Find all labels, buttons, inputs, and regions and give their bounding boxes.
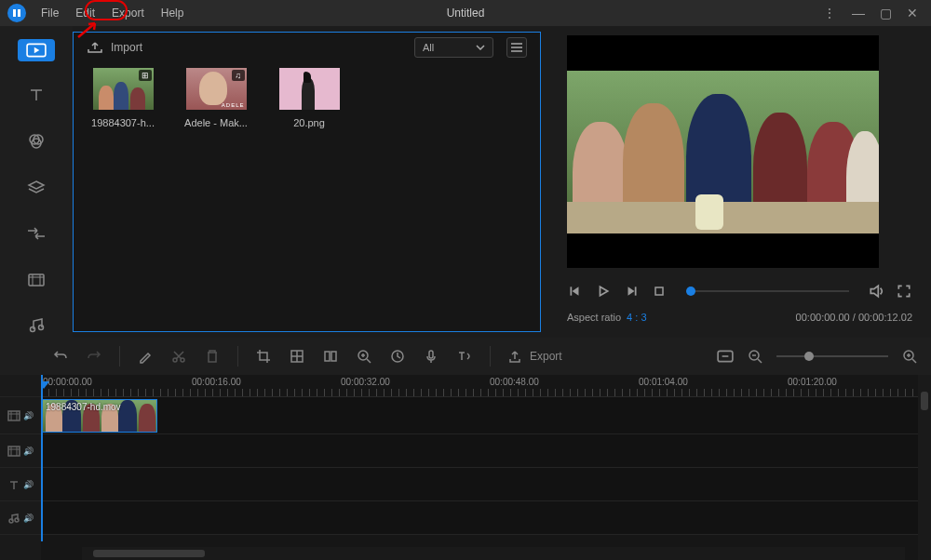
menu-file[interactable]: File	[34, 3, 66, 23]
thumbnail-image: ⊞	[93, 68, 154, 110]
tool-audio[interactable]	[20, 313, 53, 338]
chevron-down-icon	[476, 45, 485, 50]
vertical-scroll-thumb[interactable]	[921, 392, 928, 410]
media-item-label: 19884307-h...	[90, 117, 155, 128]
cut-button[interactable]	[170, 348, 187, 365]
zoom-slider-handle[interactable]	[804, 352, 814, 361]
preview-image	[567, 71, 879, 233]
svg-rect-21	[8, 411, 20, 420]
minimize-button[interactable]: —	[852, 6, 865, 20]
zoom-in-button[interactable]	[901, 348, 918, 365]
track-headers: 🔊 🔊 🔊 🔊	[0, 375, 41, 560]
prev-frame-button[interactable]	[567, 283, 584, 300]
undo-button[interactable]	[52, 348, 69, 365]
view-toggle-button[interactable]	[506, 37, 527, 58]
redo-button[interactable]	[86, 348, 102, 365]
video-track-2[interactable]	[41, 434, 918, 468]
volume-button[interactable]	[868, 283, 884, 300]
tool-filters[interactable]	[20, 129, 53, 153]
progress-handle[interactable]	[686, 287, 695, 296]
svg-rect-0	[13, 9, 16, 17]
track-header-audio[interactable]: 🔊	[0, 501, 41, 535]
time-ruler[interactable]: 00:00:00.00 00:00:16.00 00:00:32.00 00:0…	[41, 375, 918, 397]
zoom-slider[interactable]	[776, 355, 888, 357]
svg-rect-1	[18, 9, 20, 17]
playhead[interactable]	[41, 375, 43, 541]
text-speech-button[interactable]	[456, 348, 473, 365]
audio-badge-icon: ♫	[232, 70, 245, 81]
horizontal-scrollbar[interactable]	[82, 547, 905, 560]
media-thumbnails: ⊞ 19884307-h... ADELE ♫ Adele - Mak...	[74, 62, 540, 134]
separator	[119, 346, 120, 367]
more-icon[interactable]: ⋮	[823, 6, 837, 20]
document-title: Untitled	[447, 7, 485, 20]
transport-controls	[567, 275, 912, 307]
duration-button[interactable]	[389, 348, 406, 365]
ruler-tick: 00:00:00.00	[43, 377, 92, 387]
ruler-tick: 00:01:04.00	[639, 377, 688, 387]
zoom-out-button[interactable]	[747, 348, 763, 365]
upper-panels: Import All ⊞ 19884307-h...	[0, 26, 931, 338]
media-item[interactable]: ADELE ♫ Adele - Mak...	[183, 68, 249, 128]
horizontal-scroll-thumb[interactable]	[93, 550, 205, 557]
thumbnail-image: ADELE ♫	[186, 68, 247, 110]
aspect-row: Aspect ratio 4 : 3 00:00:00.00 / 00:00:1…	[567, 307, 912, 327]
timeline-toolbar: Export	[0, 338, 931, 375]
zoom-button[interactable]	[356, 348, 372, 365]
menu-help[interactable]: Help	[154, 3, 192, 23]
aspect-value[interactable]: 4 : 3	[627, 312, 646, 323]
delete-button[interactable]	[204, 348, 221, 365]
tool-text[interactable]	[20, 84, 53, 108]
voiceover-button[interactable]	[423, 348, 439, 365]
export-icon	[507, 349, 522, 364]
export-button[interactable]: Export	[507, 349, 562, 364]
import-label: Import	[111, 41, 142, 54]
track-header-text[interactable]: 🔊	[0, 468, 41, 501]
freeze-button[interactable]	[322, 348, 339, 365]
import-button[interactable]: Import	[87, 41, 142, 54]
vertical-scrollbar[interactable]	[918, 375, 931, 560]
track-header-video2[interactable]: 🔊	[0, 434, 41, 468]
crop-button[interactable]	[255, 348, 272, 365]
fullscreen-button[interactable]	[896, 283, 912, 300]
close-button[interactable]: ✕	[907, 6, 918, 20]
media-filter-dropdown[interactable]: All	[414, 37, 493, 58]
mosaic-button[interactable]	[289, 348, 305, 365]
fit-button[interactable]	[717, 348, 734, 365]
separator	[237, 346, 238, 367]
svg-rect-9	[655, 287, 663, 295]
tool-overlays[interactable]	[20, 176, 53, 200]
ruler-tick: 00:00:16.00	[192, 377, 241, 387]
svg-rect-14	[331, 352, 336, 361]
video-badge-icon: ⊞	[139, 70, 152, 81]
tool-media[interactable]	[18, 39, 55, 61]
preview-panel: Aspect ratio 4 : 3 00:00:00.00 / 00:00:1…	[541, 26, 931, 338]
import-icon	[87, 41, 103, 54]
svg-rect-22	[8, 447, 20, 456]
svg-rect-13	[325, 352, 330, 361]
track-header-video[interactable]: 🔊	[0, 397, 41, 434]
list-icon	[510, 42, 523, 53]
maximize-button[interactable]: ▢	[880, 6, 892, 20]
svg-point-8	[39, 326, 44, 330]
edit-button[interactable]	[137, 348, 154, 365]
media-item[interactable]: 20.png	[277, 68, 342, 128]
play-button[interactable]	[595, 283, 612, 300]
zoom-controls	[717, 348, 918, 365]
media-toolbar: Import All	[74, 33, 540, 62]
menu-export[interactable]: Export	[104, 3, 152, 23]
tool-elements[interactable]	[20, 268, 53, 292]
text-track[interactable]	[41, 468, 918, 501]
timeline-clip[interactable]: 19884307-hd.mov	[41, 399, 157, 433]
media-item[interactable]: ⊞ 19884307-h...	[90, 68, 155, 128]
next-frame-button[interactable]	[623, 283, 640, 300]
ruler-tick: 00:00:32.00	[341, 377, 390, 387]
ruler-tick: 00:00:48.00	[490, 377, 539, 387]
menu-edit[interactable]: Edit	[68, 3, 102, 23]
stop-button[interactable]	[651, 283, 668, 300]
audio-track[interactable]	[41, 501, 918, 535]
tool-transitions[interactable]	[20, 221, 53, 246]
video-track-1[interactable]: 19884307-hd.mov	[41, 397, 918, 434]
tracks-area[interactable]: 00:00:00.00 00:00:16.00 00:00:32.00 00:0…	[41, 375, 918, 560]
preview-progress[interactable]	[686, 290, 849, 292]
